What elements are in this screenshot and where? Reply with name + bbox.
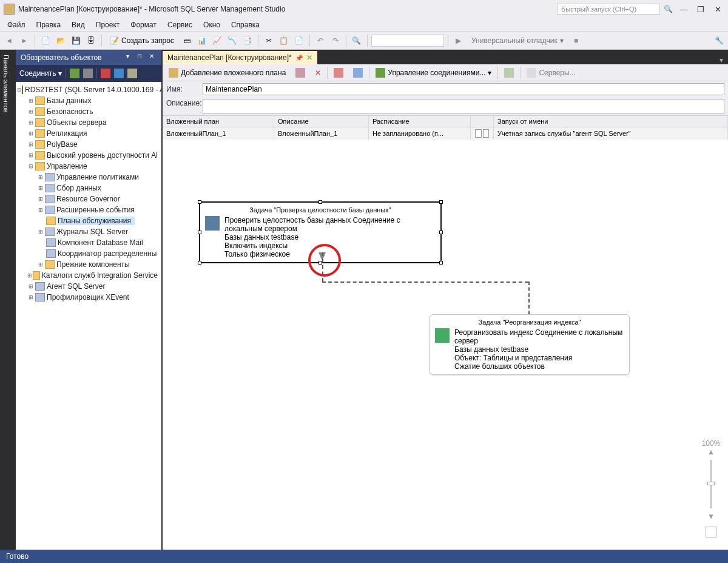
expand-icon[interactable]: ⊞ bbox=[27, 130, 35, 137]
report-button[interactable] bbox=[500, 66, 517, 79]
expand-icon[interactable]: ⊞ bbox=[36, 174, 45, 180]
tree-replication[interactable]: Репликация bbox=[47, 129, 91, 138]
fit-to-screen-button[interactable] bbox=[706, 527, 716, 538]
expand-icon[interactable]: ⊞ bbox=[27, 109, 35, 115]
connector-line[interactable] bbox=[528, 282, 530, 314]
search-icon[interactable]: 🔍 bbox=[662, 4, 673, 15]
tree-legacy[interactable]: Прежние компоненты bbox=[56, 260, 133, 269]
expand-icon[interactable]: ⊞ bbox=[27, 120, 35, 126]
menu-tools[interactable]: Сервис bbox=[163, 19, 197, 30]
resize-handle[interactable] bbox=[318, 200, 322, 204]
db-icon-2[interactable]: 📊 bbox=[195, 34, 209, 47]
resize-handle[interactable] bbox=[198, 200, 201, 204]
object-tree[interactable]: ⊟RDS2TEST (SQL Server 14.0.1000.169 - A … bbox=[16, 82, 161, 553]
add-subplan-button[interactable]: Добавление вложенного плана bbox=[165, 66, 289, 79]
db-icon-3[interactable]: 📈 bbox=[211, 34, 224, 47]
quick-launch-input[interactable]: Быстрый запуск (Ctrl+Q) bbox=[557, 4, 660, 15]
grid-header-runas[interactable]: Запуск от имени bbox=[494, 116, 728, 127]
tree-maintenance-plans[interactable]: Планы обслуживания bbox=[58, 217, 135, 225]
connect-button[interactable]: Соединить ▾ bbox=[19, 69, 62, 78]
menu-help[interactable]: Справка bbox=[226, 19, 265, 30]
panel-dropdown-icon[interactable]: ▾ bbox=[123, 53, 132, 62]
tree-database-mail[interactable]: Компонент Database Mail bbox=[58, 238, 147, 247]
zoom-in-button[interactable]: ▲ bbox=[699, 448, 723, 456]
expand-icon[interactable]: ⊞ bbox=[27, 283, 35, 289]
collapse-icon[interactable]: ⊟ bbox=[17, 87, 22, 93]
open-button[interactable]: 📂 bbox=[54, 34, 67, 47]
undo-button[interactable]: ↶ bbox=[314, 34, 327, 47]
tree-extended-events[interactable]: Расширенные события bbox=[56, 206, 138, 214]
expand-icon[interactable]: ⊞ bbox=[27, 152, 35, 158]
subplan-runas-cell[interactable]: Учетная запись службы "агент SQL Server" bbox=[494, 127, 728, 140]
close-tab-icon[interactable]: ✕ bbox=[306, 53, 312, 62]
db-query-icon[interactable]: 🗃 bbox=[180, 34, 194, 47]
resize-handle[interactable] bbox=[439, 200, 443, 204]
tree-sql-agent[interactable]: Агент SQL Server bbox=[47, 282, 109, 291]
connector-line[interactable] bbox=[322, 282, 528, 283]
new-button[interactable]: 📄 bbox=[39, 34, 52, 47]
zoom-out-button[interactable]: ▼ bbox=[699, 512, 723, 521]
menu-window[interactable]: Окно bbox=[198, 19, 225, 30]
restore-button[interactable]: ❐ bbox=[694, 5, 707, 14]
tree-polybase[interactable]: PolyBase bbox=[47, 140, 81, 149]
task-reorganize-index[interactable]: Задача "Реорганизация индекса" Реорганиз… bbox=[430, 314, 630, 375]
expand-icon[interactable]: ⊞ bbox=[36, 207, 45, 213]
execute-button[interactable]: ▶ bbox=[452, 34, 465, 47]
expand-icon[interactable]: ⊞ bbox=[27, 98, 35, 104]
menu-format[interactable]: Формат bbox=[126, 19, 161, 30]
save-button[interactable]: 💾 bbox=[69, 34, 83, 47]
calendar2-button[interactable] bbox=[349, 66, 366, 79]
cut-button[interactable]: ✂ bbox=[262, 34, 275, 47]
design-canvas[interactable]: Задача "Проверка целостности базы данных… bbox=[163, 197, 728, 563]
tree-integration-services[interactable]: Каталоги служб Integration Service bbox=[42, 271, 161, 280]
tree-sql-logs[interactable]: Журналы SQL Server bbox=[56, 228, 132, 236]
resize-handle[interactable] bbox=[439, 261, 443, 265]
expand-icon[interactable]: ⊞ bbox=[27, 272, 33, 278]
expand-icon[interactable]: ⊞ bbox=[36, 196, 45, 202]
filter-icon[interactable] bbox=[83, 69, 93, 78]
grid-header-subplan[interactable]: Вложенный план bbox=[163, 116, 274, 127]
collapse-icon[interactable]: ⊟ bbox=[27, 163, 35, 169]
desc-input[interactable] bbox=[203, 99, 724, 113]
save-all-button[interactable]: 🗄 bbox=[84, 34, 98, 47]
back-button[interactable]: ◄ bbox=[2, 34, 16, 47]
menu-edit[interactable]: Правка bbox=[32, 19, 66, 30]
expand-icon[interactable]: ⊞ bbox=[36, 185, 45, 191]
pin-icon[interactable]: 📌 bbox=[295, 55, 303, 61]
paste-button[interactable]: 📄 bbox=[292, 34, 306, 47]
calendar-button[interactable] bbox=[330, 66, 347, 79]
new-query-button[interactable]: 📝 Создать запрос bbox=[106, 34, 178, 47]
menu-view[interactable]: Вид bbox=[67, 19, 90, 30]
grid-header-description[interactable]: Описание bbox=[274, 116, 369, 127]
schedule-icon[interactable] bbox=[475, 129, 482, 138]
tree-root[interactable]: RDS2TEST (SQL Server 14.0.1000.169 - A bbox=[25, 86, 161, 94]
tree-resource-governor[interactable]: Resource Governor bbox=[56, 195, 124, 203]
subplan-name-cell[interactable]: ВложенныйПлан_1 bbox=[163, 127, 274, 140]
stop-button[interactable]: ■ bbox=[570, 34, 583, 47]
document-tab-active[interactable]: MaintenancePlan [Конструирование]* 📌 ✕ bbox=[163, 51, 317, 64]
tree-server-objects[interactable]: Объекты сервера bbox=[47, 118, 110, 127]
expand-icon[interactable]: ⊞ bbox=[36, 261, 45, 268]
sync-icon[interactable] bbox=[114, 69, 124, 78]
stop-icon[interactable] bbox=[101, 69, 110, 78]
db-selector[interactable] bbox=[371, 35, 444, 47]
grid-header-schedule[interactable]: Расписание bbox=[369, 116, 471, 127]
tree-policies[interactable]: Управление политиками bbox=[56, 173, 143, 181]
tree-dtc[interactable]: Координатор распределенны bbox=[58, 249, 160, 258]
tree-security[interactable]: Безопасность bbox=[47, 107, 97, 116]
debugger-button[interactable]: Универсальный отладчик ▾ bbox=[467, 34, 568, 47]
subplan-props-button[interactable] bbox=[292, 66, 309, 79]
resize-handle[interactable] bbox=[439, 231, 443, 234]
db-icon-4[interactable]: 📉 bbox=[226, 34, 239, 47]
panel-pin-icon[interactable]: ⊓ bbox=[135, 53, 144, 62]
subplan-schedule-cell[interactable]: Не запланировано (п... bbox=[369, 127, 471, 140]
resize-handle[interactable] bbox=[198, 231, 201, 234]
tree-data-collection[interactable]: Сбор данных bbox=[56, 184, 105, 192]
manage-connections-button[interactable]: Управление соединениями... ▾ bbox=[372, 66, 495, 79]
expand-icon[interactable]: ⊞ bbox=[36, 229, 45, 235]
menu-project[interactable]: Проект bbox=[91, 19, 125, 30]
find-button[interactable]: 🔍 bbox=[350, 34, 363, 47]
name-input[interactable] bbox=[203, 83, 724, 95]
more-icon[interactable] bbox=[127, 69, 137, 78]
expand-icon[interactable]: ⊞ bbox=[27, 294, 35, 300]
